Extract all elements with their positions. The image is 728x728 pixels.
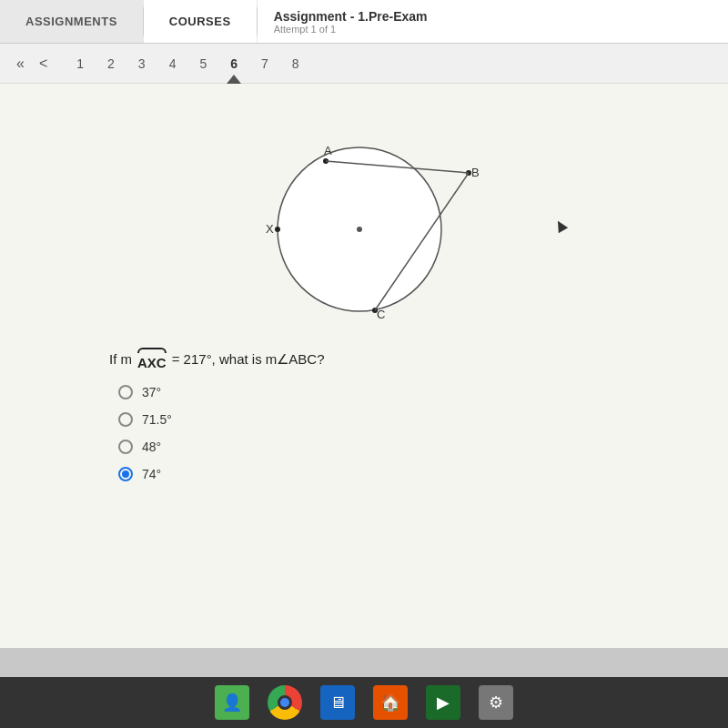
svg-point-1 xyxy=(357,227,362,232)
taskbar-chrome-icon[interactable] xyxy=(268,685,302,720)
radio-4-fill xyxy=(122,470,129,478)
option-2[interactable]: 71.5° xyxy=(118,412,673,427)
page-7[interactable]: 7 xyxy=(258,55,272,73)
taskbar: 👤 🖥 🏠 ▶ ⚙ xyxy=(0,677,728,728)
taskbar-files-icon[interactable]: 🖥 xyxy=(320,685,355,720)
svg-text:X: X xyxy=(266,222,274,236)
page-8[interactable]: 8 xyxy=(288,55,303,73)
option-3-label: 48° xyxy=(142,440,161,454)
option-1-label: 37° xyxy=(142,385,161,399)
taskbar-profile-icon[interactable]: 👤 xyxy=(215,685,249,720)
radio-1[interactable] xyxy=(118,385,133,399)
radio-2[interactable] xyxy=(118,412,133,427)
assignment-info: Assignment - 1.Pre-Exam Attempt 1 of 1 xyxy=(258,0,728,43)
option-4[interactable]: 74° xyxy=(118,467,673,481)
top-nav: ASSIGNMENTS COURSES Assignment - 1.Pre-E… xyxy=(0,0,728,44)
courses-tab[interactable]: COURSES xyxy=(144,0,257,43)
option-3[interactable]: 48° xyxy=(118,440,673,454)
page-numbers: 1 2 3 4 5 6 7 8 xyxy=(73,55,302,73)
geometry-diagram: X A B C xyxy=(218,111,510,329)
assignments-label: ASSIGNMENTS xyxy=(25,15,117,28)
assignment-title: Assignment - 1.Pre-Exam xyxy=(274,9,712,24)
diagram-container: X A B C xyxy=(55,111,673,329)
page-1[interactable]: 1 xyxy=(73,55,87,73)
page-3[interactable]: 3 xyxy=(135,55,149,73)
svg-text:C: C xyxy=(377,308,385,321)
courses-label: COURSES xyxy=(169,15,231,28)
svg-point-2 xyxy=(275,227,280,232)
attempt-label: Attempt 1 of 1 xyxy=(274,24,712,35)
option-2-label: 71.5° xyxy=(142,412,172,427)
taskbar-settings-icon[interactable]: ⚙ xyxy=(479,685,513,720)
prev-btn[interactable]: < xyxy=(32,52,55,76)
question-prefix: If m xyxy=(109,351,132,367)
radio-4[interactable] xyxy=(118,467,133,481)
question-area: If m AXC = 217°, what is m∠ABC? 37° 71.5… xyxy=(109,348,673,481)
question-suffix: = 217°, what is m∠ABC? xyxy=(172,351,325,368)
svg-text:B: B xyxy=(471,166,480,179)
page-2[interactable]: 2 xyxy=(104,55,118,73)
page-4[interactable]: 4 xyxy=(166,55,180,73)
radio-3[interactable] xyxy=(118,440,133,454)
question-text: If m AXC = 217°, what is m∠ABC? xyxy=(109,348,673,370)
page-6[interactable]: 6 xyxy=(227,55,241,73)
svg-text:A: A xyxy=(324,144,332,157)
assignments-tab[interactable]: ASSIGNMENTS xyxy=(0,0,143,43)
pagination-bar: « < 1 2 3 4 5 6 7 8 xyxy=(0,44,728,84)
taskbar-play-icon[interactable]: ▶ xyxy=(426,685,460,720)
option-4-label: 74° xyxy=(142,467,161,481)
prev-double-btn[interactable]: « xyxy=(9,52,32,76)
main-content: X A B C If m AXC = 217°, what is m∠A xyxy=(0,84,728,648)
taskbar-home-icon[interactable]: 🏠 xyxy=(373,685,408,720)
option-1[interactable]: 37° xyxy=(118,385,673,399)
options-list: 37° 71.5° 48° 74° xyxy=(118,385,673,481)
page-5[interactable]: 5 xyxy=(196,55,210,73)
arc-label: AXC xyxy=(137,355,167,370)
